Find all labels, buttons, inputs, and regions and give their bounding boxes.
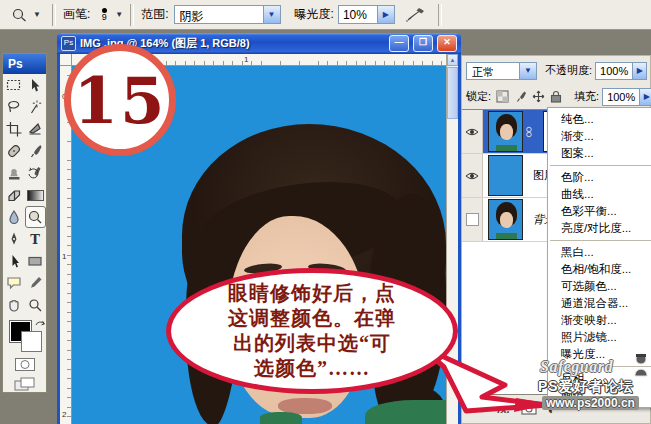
bubble-line: 眼睛修饰好后，点 xyxy=(228,281,396,306)
watermark-brand: Safeguard xyxy=(540,358,613,376)
watermark: Safeguard PS爱好者论坛 www.ps2000.cn xyxy=(534,352,651,424)
speech-bubble: 眼睛修饰好后，点 这调整颜色。在弹 出的列表中选“可 选颜色”…… xyxy=(166,268,458,394)
step-number: 15 xyxy=(73,63,166,138)
bubble-line: 这调整颜色。在弹 xyxy=(228,306,396,331)
watermark-url: www.ps2000.cn xyxy=(542,396,639,410)
watermark-forum-name: PS爱好者论坛 xyxy=(538,378,634,396)
bubble-line: 出的列表中选“可 xyxy=(233,331,391,356)
step-badge: 15 xyxy=(64,44,176,156)
watermark-mascot-icon xyxy=(630,352,651,378)
bubble-line: 选颜色”…… xyxy=(254,356,370,381)
